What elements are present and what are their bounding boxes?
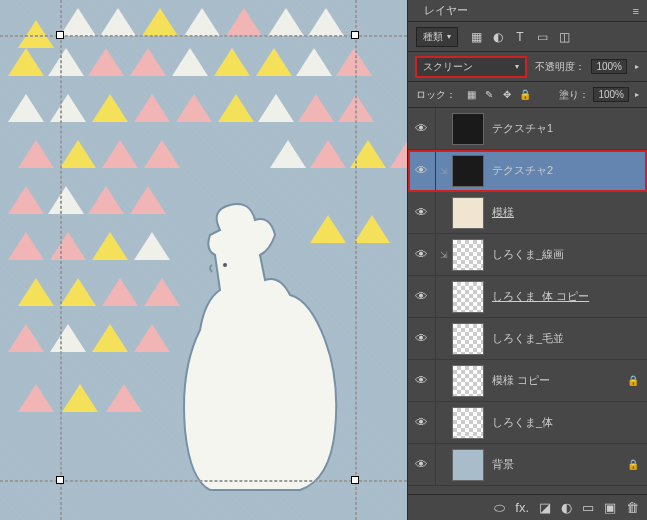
clip-indicator: ⇲ [436, 250, 452, 260]
layers-bottom-bar: ⬭ fx. ◪ ◐ ▭ ▣ 🗑 [408, 494, 647, 520]
layers-panel: レイヤー ≡ 種類 ▾ ▦ ◐ T ▭ ◫ スクリーン ▾ 不透明度： 100%… [407, 0, 647, 520]
blend-mode-dropdown[interactable]: スクリーン ▾ [416, 57, 526, 77]
link-layers-icon[interactable]: ⬭ [494, 500, 505, 516]
layer-thumbnail[interactable] [452, 155, 484, 187]
svg-point-0 [223, 263, 227, 267]
layer-name[interactable]: しろくま_毛並 [492, 331, 639, 346]
bear-illustration [170, 200, 370, 500]
lock-image-icon[interactable]: ✎ [482, 88, 496, 102]
group-icon[interactable]: ▭ [582, 500, 594, 515]
visibility-toggle[interactable]: 👁 [408, 318, 436, 359]
new-layer-icon[interactable]: ▣ [604, 500, 616, 515]
visibility-toggle[interactable]: 👁 [408, 402, 436, 443]
visibility-toggle[interactable]: 👁 [408, 234, 436, 275]
lock-position-icon[interactable]: ✥ [500, 88, 514, 102]
eye-icon: 👁 [415, 415, 428, 430]
panel-menu-icon[interactable]: ≡ [633, 5, 639, 17]
layer-thumbnail[interactable] [452, 281, 484, 313]
fill-value[interactable]: 100% [593, 87, 629, 102]
filter-row: 種類 ▾ ▦ ◐ T ▭ ◫ [408, 22, 647, 52]
lock-label: ロック： [416, 88, 456, 102]
layer-row[interactable]: 👁テクスチャ1 [408, 108, 647, 150]
layer-row[interactable]: 👁しろくま_体 [408, 402, 647, 444]
eye-icon: 👁 [415, 457, 428, 472]
layer-name[interactable]: しろくま_線画 [492, 247, 639, 262]
chevron-down-icon: ▾ [515, 62, 519, 71]
layer-row[interactable]: 👁しろくま_毛並 [408, 318, 647, 360]
layer-thumbnail[interactable] [452, 407, 484, 439]
blend-mode-value: スクリーン [423, 60, 473, 74]
clip-indicator: ⇲ [436, 166, 452, 176]
blend-row: スクリーン ▾ 不透明度： 100% ▸ [408, 52, 647, 82]
eye-icon: 👁 [415, 373, 428, 388]
layer-thumbnail[interactable] [452, 449, 484, 481]
chevron-down-icon: ▾ [447, 32, 451, 41]
visibility-toggle[interactable]: 👁 [408, 108, 436, 149]
fill-label: 塗り： [559, 88, 589, 102]
canvas-area[interactable] [0, 0, 407, 520]
layer-row[interactable]: 👁模様 コピー🔒 [408, 360, 647, 402]
lock-icon: 🔒 [627, 459, 639, 470]
layer-row[interactable]: 👁背景🔒 [408, 444, 647, 486]
filter-type-icon[interactable]: T [512, 29, 528, 45]
filter-type-label: 種類 [423, 30, 443, 44]
layer-thumbnail[interactable] [452, 239, 484, 271]
eye-icon: 👁 [415, 121, 428, 136]
visibility-toggle[interactable]: 👁 [408, 360, 436, 401]
visibility-toggle[interactable]: 👁 [408, 192, 436, 233]
lock-all-icon[interactable]: 🔒 [518, 88, 532, 102]
layer-thumbnail[interactable] [452, 323, 484, 355]
adjustment-icon[interactable]: ◐ [561, 500, 572, 515]
layer-row[interactable]: 👁しろくま_体 コピー [408, 276, 647, 318]
filter-smart-icon[interactable]: ◫ [556, 29, 572, 45]
layer-name[interactable]: しろくま_体 コピー [492, 289, 639, 304]
panel-header: レイヤー ≡ [408, 0, 647, 22]
layer-name[interactable]: 模様 [492, 205, 639, 220]
layer-name[interactable]: 模様 コピー [492, 373, 627, 388]
visibility-toggle[interactable]: 👁 [408, 276, 436, 317]
opacity-label: 不透明度： [535, 60, 585, 74]
visibility-toggle[interactable]: 👁 [408, 150, 436, 191]
layer-name[interactable]: テクスチャ2 [492, 163, 639, 178]
trash-icon[interactable]: 🗑 [626, 500, 639, 515]
layer-name[interactable]: 背景 [492, 457, 627, 472]
eye-icon: 👁 [415, 205, 428, 220]
layer-thumbnail[interactable] [452, 197, 484, 229]
visibility-toggle[interactable]: 👁 [408, 444, 436, 485]
eye-icon: 👁 [415, 163, 428, 178]
filter-image-icon[interactable]: ▦ [468, 29, 484, 45]
layer-name[interactable]: しろくま_体 [492, 415, 639, 430]
lock-row: ロック： ▦ ✎ ✥ 🔒 塗り： 100% ▸ [408, 82, 647, 108]
filter-adjustment-icon[interactable]: ◐ [490, 29, 506, 45]
layer-thumbnail[interactable] [452, 365, 484, 397]
lock-icon: 🔒 [627, 375, 639, 386]
fill-flyout-icon[interactable]: ▸ [635, 90, 639, 99]
layer-thumbnail[interactable] [452, 113, 484, 145]
layer-name[interactable]: テクスチャ1 [492, 121, 639, 136]
layer-row[interactable]: 👁⇲しろくま_線画 [408, 234, 647, 276]
mask-icon[interactable]: ◪ [539, 500, 551, 515]
layer-row[interactable]: 👁⇲テクスチャ2 [408, 150, 647, 192]
fx-icon[interactable]: fx. [515, 500, 529, 515]
filter-shape-icon[interactable]: ▭ [534, 29, 550, 45]
opacity-flyout-icon[interactable]: ▸ [635, 62, 639, 71]
eye-icon: 👁 [415, 331, 428, 346]
layer-row[interactable]: 👁模様 [408, 192, 647, 234]
layers-tab[interactable]: レイヤー [416, 0, 476, 22]
opacity-value[interactable]: 100% [591, 59, 627, 74]
eye-icon: 👁 [415, 247, 428, 262]
eye-icon: 👁 [415, 289, 428, 304]
layers-list: 👁テクスチャ1👁⇲テクスチャ2👁模様👁⇲しろくま_線画👁しろくま_体 コピー👁し… [408, 108, 647, 494]
lock-transparency-icon[interactable]: ▦ [464, 88, 478, 102]
filter-type-dropdown[interactable]: 種類 ▾ [416, 27, 458, 47]
